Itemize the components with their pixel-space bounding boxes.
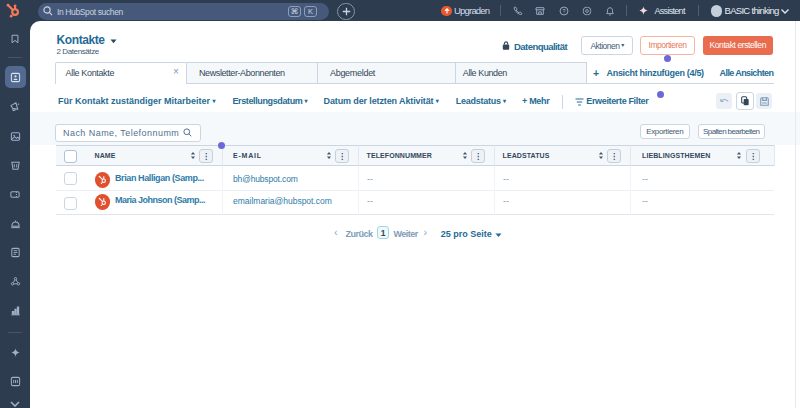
svg-text:?: ? [562, 8, 565, 14]
